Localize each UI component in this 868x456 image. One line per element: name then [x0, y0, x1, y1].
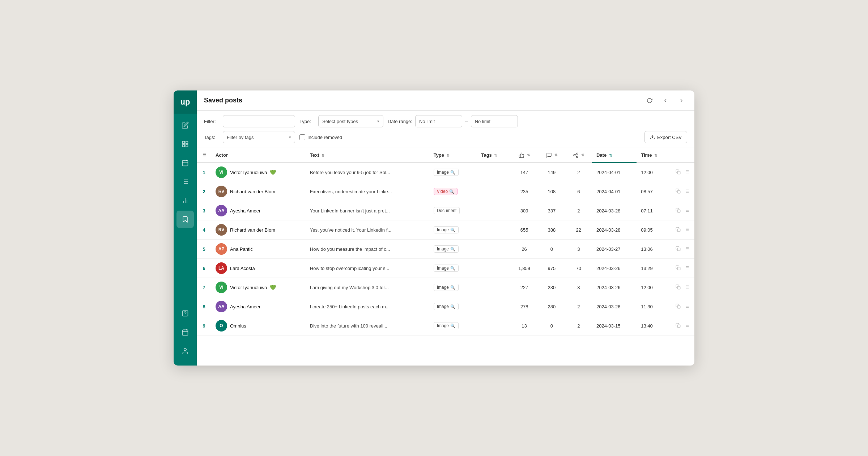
sidebar-item-help[interactable]	[176, 305, 194, 322]
back-button[interactable]	[660, 95, 671, 106]
date-end-value: No limit	[475, 119, 490, 124]
th-shares[interactable]: ⇅	[565, 148, 592, 162]
copy-button[interactable]	[675, 284, 681, 291]
row-num: 8	[197, 297, 211, 316]
copy-button[interactable]	[675, 188, 681, 195]
copy-button[interactable]	[675, 265, 681, 272]
type-cell: Image 🔍	[429, 316, 477, 335]
row-num: 4	[197, 220, 211, 240]
date-range-group: Date range: No limit – No limit	[388, 115, 518, 127]
svg-point-32	[574, 155, 575, 156]
refresh-button[interactable]	[644, 95, 655, 106]
search-icon: 🔍	[450, 247, 455, 252]
copy-button[interactable]	[675, 303, 681, 311]
type-label: Video	[437, 189, 448, 194]
comments-cell: 337	[538, 201, 565, 220]
sidebar-item-dashboard[interactable]	[176, 135, 194, 153]
tags-select[interactable]: Filter by tags ▾	[223, 131, 295, 143]
filter-label: Filter:	[204, 119, 218, 124]
type-badge[interactable]: Document	[434, 207, 460, 214]
svg-line-35	[575, 154, 577, 155]
menu-button[interactable]	[684, 188, 690, 195]
date-start-input[interactable]: No limit	[415, 115, 462, 127]
actor-name: Ana Pantić	[230, 246, 253, 252]
shares-cell: 70	[565, 259, 592, 278]
row-num: 9	[197, 316, 211, 335]
sidebar-item-edit[interactable]	[176, 117, 194, 134]
type-label: Type:	[299, 119, 314, 124]
shares-cell: 3	[565, 240, 592, 259]
th-date[interactable]: Date ⇅	[592, 148, 637, 162]
svg-rect-1	[186, 142, 188, 144]
type-badge[interactable]: Image 🔍	[434, 169, 459, 176]
svg-rect-44	[677, 210, 680, 212]
menu-button[interactable]	[684, 169, 690, 176]
filter-input[interactable]	[223, 115, 295, 127]
include-removed-checkbox[interactable]	[299, 134, 305, 140]
filter-row-2: Tags: Filter by tags ▾ Include removed E…	[204, 131, 687, 143]
svg-rect-60	[677, 286, 680, 289]
chevron-down-icon: ▾	[377, 119, 379, 124]
copy-button[interactable]	[675, 226, 681, 234]
menu-button[interactable]	[684, 226, 690, 234]
menu-button[interactable]	[684, 245, 690, 253]
th-time[interactable]: Time ⇅	[637, 148, 671, 162]
avatar: O	[216, 320, 227, 332]
type-cell: Image 🔍	[429, 220, 477, 240]
th-text[interactable]: Text ⇅	[306, 148, 429, 162]
date-cell: 2024-04-01	[592, 182, 637, 201]
th-tags[interactable]: Tags ⇅	[477, 148, 510, 162]
shares-cell: 3	[565, 278, 592, 297]
table-row: 8 AA Ayesha Ameer I create 250+ LinkedIn…	[197, 297, 694, 316]
date-end-input[interactable]: No limit	[471, 115, 518, 127]
type-badge[interactable]: Image 🔍	[434, 265, 459, 272]
svg-point-33	[576, 156, 578, 157]
text-cell: I am giving out my Workshop 3.0 for...	[306, 278, 429, 297]
tags-label: Tags:	[204, 135, 218, 140]
type-badge[interactable]: Image 🔍	[434, 245, 459, 253]
sidebar-item-queue[interactable]	[176, 173, 194, 190]
menu-button[interactable]	[684, 322, 690, 330]
date-cell: 2024-03-26	[592, 259, 637, 278]
sidebar-item-profile[interactable]	[176, 342, 194, 360]
menu-button[interactable]	[684, 284, 690, 291]
sidebar-item-saved[interactable]	[176, 211, 194, 228]
copy-button[interactable]	[675, 245, 681, 253]
copy-button[interactable]	[675, 169, 681, 176]
tags-cell	[477, 297, 510, 316]
date-cell: 2024-03-15	[592, 316, 637, 335]
menu-button[interactable]	[684, 303, 690, 311]
table-body: 1 VI Victor Iyanuoluwa 💚 Before you leav…	[197, 162, 694, 335]
type-badge[interactable]: Video 🔍	[434, 188, 458, 195]
menu-button[interactable]	[684, 207, 690, 215]
export-csv-button[interactable]: Export CSV	[644, 131, 687, 143]
type-select[interactable]: Select post types ▾	[318, 115, 383, 127]
tags-cell	[477, 162, 510, 182]
text-cell: Dive into the future with 100 reveali...	[306, 316, 429, 335]
sidebar-item-calendar-12[interactable]	[176, 324, 194, 341]
sidebar-item-calendar[interactable]	[176, 154, 194, 172]
time-cell: 13:40	[637, 316, 671, 335]
sidebar-item-analytics[interactable]	[176, 192, 194, 209]
type-badge[interactable]: Image 🔍	[434, 303, 459, 310]
table-row: 9 O Omnius Dive into the future with 100…	[197, 316, 694, 335]
th-likes[interactable]: ⇅	[510, 148, 538, 162]
type-badge[interactable]: Image 🔍	[434, 284, 459, 291]
th-type[interactable]: Type ⇅	[429, 148, 477, 162]
copy-button[interactable]	[675, 207, 681, 215]
table-container[interactable]: Actor Text ⇅ Type ⇅ Tags ⇅ ⇅ ⇅	[197, 148, 694, 366]
row-num: 1	[197, 162, 211, 182]
copy-button[interactable]	[675, 322, 681, 330]
include-removed-label[interactable]: Include removed	[299, 134, 342, 140]
menu-button[interactable]	[684, 265, 690, 272]
text-preview: I create 250+ LinkedIn posts each m...	[310, 304, 390, 309]
shares-cell: 2	[565, 201, 592, 220]
th-comments[interactable]: ⇅	[538, 148, 565, 162]
forward-button[interactable]	[676, 95, 687, 106]
likes-cell: 227	[510, 278, 538, 297]
avatar: AP	[216, 243, 227, 255]
type-badge[interactable]: Image 🔍	[434, 226, 459, 233]
svg-point-23	[184, 349, 187, 351]
search-icon: 🔍	[450, 266, 455, 271]
type-badge[interactable]: Image 🔍	[434, 322, 459, 329]
